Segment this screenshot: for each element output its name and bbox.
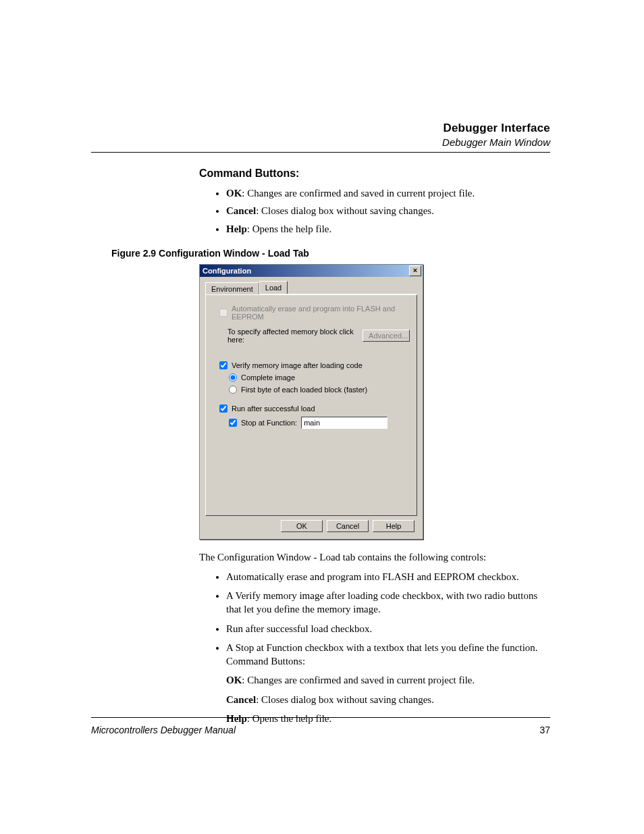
section-heading: Command Buttons: [199, 167, 550, 180]
cancel-desc: : Closes dialog box without saving chang… [256, 694, 434, 705]
tab-environment[interactable]: Environment [205, 282, 259, 295]
stop-at-input[interactable] [301, 417, 387, 429]
dialog-title: Configuration [203, 267, 251, 275]
configuration-dialog: Configuration × Environment Load Automat… [199, 264, 423, 540]
dialog-button-row: OK Cancel Help [205, 516, 417, 533]
cmd-desc: : Opens the help file. [247, 224, 331, 234]
close-icon[interactable]: × [409, 265, 421, 276]
list-item: A Stop at Function checkbox with a textb… [226, 641, 550, 725]
run-after-label: Run after successful load [232, 405, 315, 413]
list-item: A Verify memory image after loading code… [226, 589, 550, 617]
desc-intro: The Configuration Window - Load tab cont… [199, 552, 550, 563]
verify-label: Verify memory image after loading code [232, 361, 363, 369]
stop-at-desc: A Stop at Function checkbox with a textb… [226, 642, 538, 667]
advanced-button[interactable]: Advanced... [363, 330, 410, 342]
figure-caption: Figure 2.9 Configuration Window - Load T… [111, 248, 550, 259]
list-item: Run after successful load checkbox. [226, 622, 550, 635]
cmd-name: OK [226, 188, 242, 199]
list-item: Automatically erase and program into FLA… [226, 570, 550, 583]
cancel-button[interactable]: Cancel [327, 520, 369, 532]
titlebar: Configuration × [200, 265, 423, 277]
header-rule [91, 152, 550, 153]
cmd-desc: : Closes dialog box without saving chang… [256, 205, 434, 216]
first-byte-radio[interactable] [229, 386, 237, 394]
footer-rule [91, 717, 550, 718]
ok-button[interactable]: OK [281, 520, 323, 532]
stop-at-label: Stop at Function: [241, 419, 297, 427]
cmd-desc: : Changes are confirmed and saved in cur… [242, 188, 475, 199]
help-button[interactable]: Help [373, 520, 414, 532]
first-byte-label: First byte of each loaded block (faster) [241, 386, 367, 394]
cmd-name: Help [226, 224, 247, 234]
stop-at-checkbox[interactable] [229, 419, 237, 427]
complete-image-radio[interactable] [229, 373, 237, 382]
command-buttons-list: OK: Changes are confirmed and saved in c… [226, 186, 550, 236]
run-after-checkbox[interactable] [219, 405, 227, 413]
cmd-name: Cancel [226, 205, 256, 216]
header-subtitle: Debugger Main Window [91, 136, 550, 148]
tab-panel-load: Automatically erase and program into FLA… [205, 294, 417, 516]
desc-list: Automatically erase and program into FLA… [226, 570, 550, 725]
list-item: Help: Opens the help file. [226, 222, 550, 236]
complete-image-label: Complete image [241, 373, 295, 382]
auto-erase-label: Automatically erase and program into FLA… [232, 305, 410, 321]
footer-manual: Microcontrollers Debugger Manual [91, 725, 236, 735]
page-number: 37 [539, 725, 550, 735]
ok-desc: : Changes are confirmed and saved in cur… [242, 675, 475, 685]
tab-load[interactable]: Load [259, 281, 288, 294]
list-item: Cancel: Closes dialog box without saving… [226, 204, 550, 217]
ok-bold: OK [226, 675, 242, 685]
header-title: Debugger Interface [91, 122, 550, 135]
cancel-bold: Cancel [226, 694, 256, 705]
tab-strip: Environment Load [205, 281, 417, 294]
specify-memory-label: To specify affected memory block click h… [227, 328, 357, 344]
verify-checkbox[interactable] [219, 361, 227, 369]
list-item: OK: Changes are confirmed and saved in c… [226, 186, 550, 200]
auto-erase-checkbox[interactable] [219, 309, 227, 317]
